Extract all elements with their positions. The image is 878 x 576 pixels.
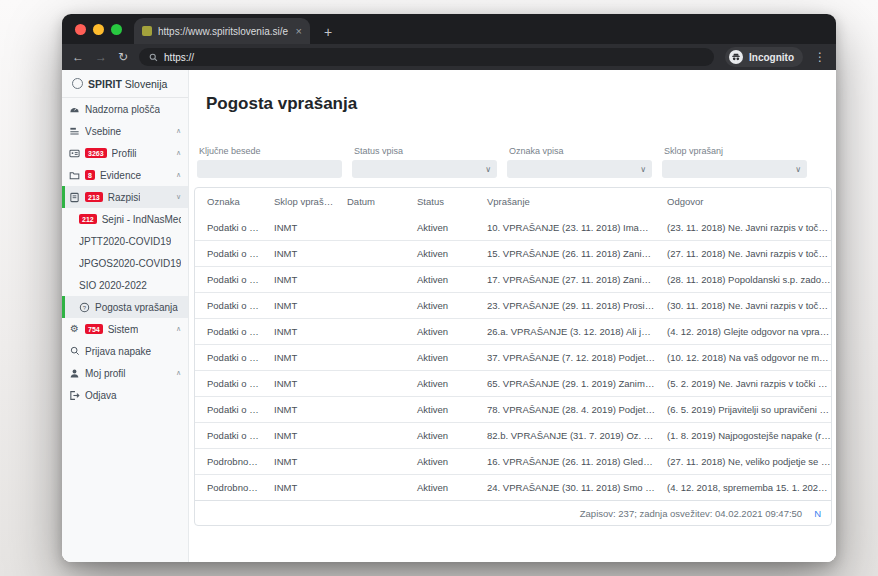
table-row[interactable]: Podatki o prij... INMT Aktiven 10. VPRAŠ… [195, 214, 831, 240]
cell-odgovor: (28. 11. 2018) Popoldanski s.p. zadosti … [655, 274, 831, 285]
logout-icon [69, 390, 80, 401]
chevron-down-icon: ∨ [795, 165, 801, 174]
sidebar-item-label: JPGOS2020-COVID19 [79, 258, 181, 269]
sidebar-item-odjava[interactable]: Odjava [62, 384, 188, 406]
cell-oznaka: Podatki o prij... [195, 404, 262, 415]
new-tab-button[interactable]: + [324, 24, 332, 40]
sidebar-item-sio[interactable]: SIO 2020-2022 [62, 274, 188, 296]
keywords-input[interactable] [197, 160, 342, 178]
sidebar-item-jpgos2020[interactable]: JPGOS2020-COVID19 [62, 252, 188, 274]
chevron-up-icon[interactable]: ∧ [176, 325, 181, 333]
question-circle-icon: ? [79, 302, 90, 313]
filter-label: Sklop vprašanj [662, 146, 807, 156]
forward-icon[interactable]: → [95, 51, 107, 63]
cell-odgovor: (5. 2. 2019) Ne. Javni razpis v točki 4.… [655, 378, 831, 389]
count-badge: 754 [85, 324, 103, 334]
sidebar-item-nadzorna-plosca[interactable]: Nadzorna plošča [62, 98, 188, 120]
column-header[interactable]: Status [405, 196, 475, 207]
column-header[interactable]: Odgovor [655, 196, 831, 207]
filter-keywords: Ključne besede [197, 146, 342, 178]
table-row[interactable]: Podatki o prij... INMT Aktiven 26.a. VPR… [195, 318, 831, 344]
column-header[interactable]: Vprašanje [475, 196, 655, 207]
url-text: https:// [164, 52, 194, 63]
chevron-down-icon: ∨ [640, 165, 646, 174]
main-content: Pogosta vprašanja Ključne besede Status … [189, 70, 836, 562]
cell-sklop: INMT [262, 222, 335, 233]
cell-status: Aktiven [405, 404, 475, 415]
column-header[interactable]: Datum [335, 196, 405, 207]
cell-vprasanje: 10. VPRAŠANJE (23. 11. 2018) Imam statu.… [475, 222, 655, 233]
records-summary: Zapisov: 237; zadnja osvežitev: 04.02.20… [580, 508, 802, 519]
browser-window: https://www.spiritslovenia.si/e × + ← → … [62, 14, 836, 562]
tab-close-icon[interactable]: × [296, 25, 302, 37]
table-row[interactable]: Podrobnosti ... INMT Aktiven 16. VPRAŠAN… [195, 448, 831, 474]
column-header[interactable]: Oznaka [195, 196, 262, 207]
oznaka-select[interactable]: ∨ [507, 160, 652, 178]
table-row[interactable]: Podatki o prij... INMT Aktiven 15. VPRAŠ… [195, 240, 831, 266]
sidebar-item-prijava-napake[interactable]: Prijava napake [62, 340, 188, 362]
sidebar-item-moj-profil[interactable]: Moj profil ∧ [62, 362, 188, 384]
status-select[interactable]: ∨ [352, 160, 497, 178]
cell-oznaka: Podatki o prij... [195, 326, 262, 337]
filter-status: Status vpisa ∨ [352, 146, 497, 178]
sidebar-item-sejni[interactable]: 212 Sejni - IndNasMedTuj [62, 208, 188, 230]
table-header-row: Oznaka Sklop vprašanj Datum Status Vpraš… [195, 188, 831, 214]
folder-icon [69, 170, 80, 181]
cell-oznaka: Podatki o prij... [195, 430, 262, 441]
chevron-up-icon[interactable]: ∧ [176, 171, 181, 179]
table-row[interactable]: Podatki o prij... INMT Aktiven 17. VPRAŠ… [195, 266, 831, 292]
cell-vprasanje: 37. VPRAŠANJE (7. 12. 2018) Podjetje se … [475, 352, 655, 363]
chevron-up-icon[interactable]: ∧ [176, 127, 181, 135]
svg-text:?: ? [83, 304, 87, 310]
app-logo[interactable]: SPIRIT Slovenija [62, 70, 188, 98]
page-title: Pogosta vprašanja [206, 94, 834, 114]
address-bar[interactable]: https:// [139, 48, 714, 66]
footer-link[interactable]: N [814, 508, 821, 519]
count-badge: 213 [85, 192, 103, 202]
cell-sklop: INMT [262, 430, 335, 441]
sidebar-item-vsebine[interactable]: Vsebine ∧ [62, 120, 188, 142]
back-icon[interactable]: ← [72, 51, 84, 63]
table-row[interactable]: Podatki o prij... INMT Aktiven 23. VPRAŠ… [195, 292, 831, 318]
cell-sklop: INMT [262, 378, 335, 389]
column-header[interactable]: Sklop vprašanj [262, 196, 335, 207]
sidebar-item-sistem[interactable]: ⚙ 754 Sistem ∧ [62, 318, 188, 340]
cell-status: Aktiven [405, 378, 475, 389]
cell-status: Aktiven [405, 300, 475, 311]
cell-odgovor: (27. 11. 2018) Ne, veliko podjetje se na… [655, 456, 831, 467]
sidebar-item-label: Sejni - IndNasMedTuj [102, 214, 181, 225]
sidebar-item-razpisi[interactable]: 213 Razpisi ∨ [62, 186, 188, 208]
reload-icon[interactable]: ↻ [118, 51, 128, 63]
search-icon [69, 346, 80, 357]
sidebar-item-label: Odjava [85, 390, 117, 401]
chevron-up-icon[interactable]: ∧ [176, 149, 181, 157]
table-row[interactable]: Podatki o prij... INMT Aktiven 82.b. VPR… [195, 422, 831, 448]
sidebar-item-label: Evidence [100, 170, 141, 181]
cell-sklop: INMT [262, 352, 335, 363]
sklop-select[interactable]: ∨ [662, 160, 807, 178]
cell-vprasanje: 16. VPRAŠANJE (26. 11. 2018) Glede na r.… [475, 456, 655, 467]
count-badge: 212 [79, 214, 97, 224]
browser-menu-icon[interactable]: ⋮ [814, 50, 826, 64]
minimize-window-button[interactable] [93, 24, 104, 35]
incognito-badge: Incognito [725, 47, 803, 67]
table-row[interactable]: Podatki o prij... INMT Aktiven 65. VPRAŠ… [195, 370, 831, 396]
chevron-down-icon[interactable]: ∨ [176, 193, 181, 201]
cell-vprasanje: 26.a. VPRAŠANJE (3. 12. 2018) Ali je mog… [475, 326, 655, 337]
table-row[interactable]: Podatki o prij... INMT Aktiven 78. VPRAŠ… [195, 396, 831, 422]
table-row[interactable]: Podrobnosti ... INMT Aktiven 24. VPRAŠAN… [195, 474, 831, 500]
sidebar-item-evidence[interactable]: 8 Evidence ∧ [62, 164, 188, 186]
sidebar-item-pogosta-vprasanja[interactable]: ? Pogosta vprašanja [62, 296, 188, 318]
cell-sklop: INMT [262, 482, 335, 493]
table-row[interactable]: Podatki o prij... INMT Aktiven 37. VPRAŠ… [195, 344, 831, 370]
sidebar-item-profili[interactable]: 3263 Profili ∧ [62, 142, 188, 164]
browser-tab[interactable]: https://www.spiritslovenia.si/e × [134, 18, 310, 44]
maximize-window-button[interactable] [111, 24, 122, 35]
cell-status: Aktiven [405, 326, 475, 337]
close-window-button[interactable] [75, 24, 86, 35]
sidebar-item-jptt2020[interactable]: JPTT2020-COVID19 [62, 230, 188, 252]
logo-text: SPIRIT Slovenija [88, 78, 167, 90]
cell-status: Aktiven [405, 222, 475, 233]
sidebar-item-label: JPTT2020-COVID19 [79, 236, 171, 247]
chevron-up-icon[interactable]: ∧ [176, 369, 181, 377]
